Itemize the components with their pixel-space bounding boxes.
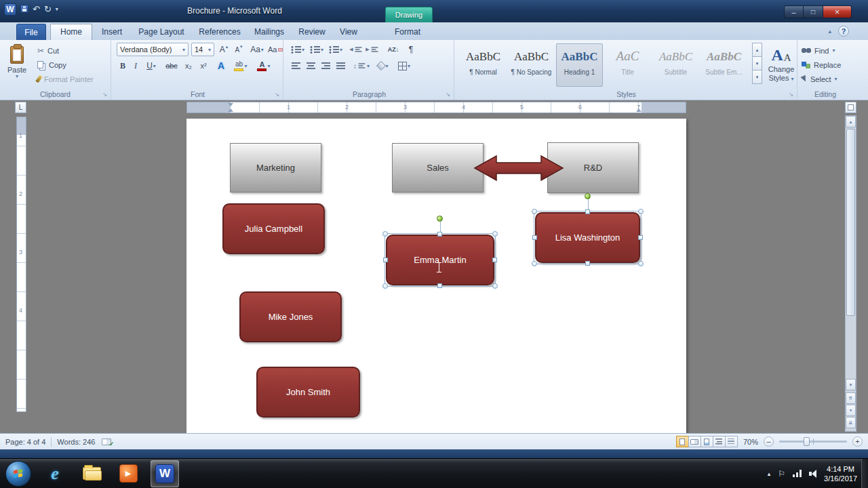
font-size-combo[interactable]: 14 ▾	[191, 43, 214, 56]
resize-handle-se[interactable]	[492, 283, 498, 289]
tab-insert[interactable]: Insert	[95, 24, 129, 40]
italic-button[interactable]: I	[130, 59, 141, 73]
tab-review[interactable]: Review	[293, 24, 331, 40]
resize-handle-w[interactable]	[383, 258, 388, 262]
style-heading-1[interactable]: AaBbC Heading 1	[556, 43, 603, 87]
styles-scroll-down-icon[interactable]: ▾	[752, 56, 762, 70]
select-button[interactable]: Select ▾	[802, 73, 837, 85]
numbering-button[interactable]: ▾	[308, 43, 326, 56]
collapse-ribbon-icon[interactable]: ▴	[828, 28, 831, 35]
shape-mike-jones[interactable]: Mike Jones	[239, 291, 342, 342]
shape-john-smith[interactable]: John Smith	[256, 367, 360, 418]
multilevel-list-button[interactable]: ▾	[327, 43, 344, 56]
format-painter-button[interactable]: Format Painter	[35, 73, 96, 85]
minimize-button[interactable]: –	[784, 5, 804, 18]
start-button[interactable]	[5, 461, 31, 487]
undo-button[interactable]: ↶	[33, 3, 40, 16]
paste-button[interactable]: Paste ▾	[3, 42, 31, 89]
resize-handle-sw[interactable]	[532, 261, 537, 266]
network-icon[interactable]	[793, 470, 802, 477]
right-indent-marker[interactable]	[636, 108, 642, 112]
change-styles-button[interactable]: AA Change Styles ▾	[766, 43, 796, 92]
maximize-button[interactable]: □	[804, 5, 823, 18]
tab-home[interactable]: Home	[50, 24, 92, 40]
qat-customize-icon[interactable]: ▾	[56, 3, 58, 16]
previous-page-icon[interactable]: ⇈	[846, 392, 856, 404]
volume-icon[interactable]	[809, 470, 816, 478]
resize-handle-ne[interactable]	[492, 231, 498, 237]
save-button[interactable]	[20, 3, 28, 16]
tab-stop-selector[interactable]: L	[15, 102, 26, 113]
word-logo-icon[interactable]: W	[4, 3, 16, 16]
tab-format[interactable]: Format	[387, 24, 429, 40]
subscript-button[interactable]: x₂	[182, 59, 195, 73]
tab-view[interactable]: View	[334, 24, 363, 40]
change-case-button[interactable]: Aa▾	[248, 43, 266, 56]
outline-view-button[interactable]	[713, 436, 726, 447]
align-center-button[interactable]	[304, 59, 317, 73]
paragraph-dialog-launcher-icon[interactable]: ↘	[444, 91, 452, 98]
scroll-up-icon[interactable]: ▴	[846, 116, 856, 127]
shape-lisa-washington[interactable]: Lisa Washington	[535, 212, 640, 263]
resize-handle-n[interactable]	[585, 209, 590, 214]
action-center-icon[interactable]: ⚐	[778, 469, 785, 479]
clipboard-dialog-launcher-icon[interactable]: ↘	[101, 91, 108, 98]
resize-handle-nw[interactable]	[532, 209, 537, 214]
resize-handle-s[interactable]	[437, 283, 442, 288]
redo-button[interactable]: ↻	[44, 3, 52, 16]
select-browse-object-icon[interactable]: ●	[846, 405, 856, 416]
resize-handle-e[interactable]	[492, 258, 497, 262]
style-normal[interactable]: AaBbC ¶ Normal	[460, 43, 507, 87]
zoom-in-button[interactable]: +	[852, 436, 863, 447]
bold-button[interactable]: B	[117, 59, 129, 73]
underline-button[interactable]: U▾	[142, 59, 160, 73]
clear-formatting-button[interactable]: Aa	[267, 43, 283, 56]
superscript-button[interactable]: x²	[197, 59, 210, 73]
resize-handle-w[interactable]	[532, 235, 537, 240]
font-color-button[interactable]: A ▾	[254, 59, 274, 73]
help-icon[interactable]: ?	[838, 26, 849, 37]
shading-button[interactable]: ▾	[374, 59, 392, 73]
resize-handle-sw[interactable]	[382, 283, 388, 289]
left-indent-marker[interactable]	[228, 108, 233, 112]
first-line-indent-marker[interactable]	[228, 103, 233, 106]
tab-page-layout[interactable]: Page Layout	[132, 24, 191, 40]
find-button[interactable]: Find ▾	[802, 44, 835, 57]
style-subtitle[interactable]: AaBbC Subtitle	[652, 43, 699, 87]
page-indicator[interactable]: Page: 4 of 4	[5, 438, 45, 446]
sort-button[interactable]: AZ↓	[385, 43, 401, 56]
show-paragraph-marks-button[interactable]: ¶	[404, 43, 418, 56]
align-right-button[interactable]	[319, 59, 332, 73]
next-page-icon[interactable]: ⇊	[846, 417, 856, 428]
taskbar-internet-explorer-button[interactable]: e	[41, 460, 69, 487]
resize-handle-s[interactable]	[585, 261, 590, 266]
vertical-ruler[interactable]: 1 2 3 4	[16, 117, 26, 412]
style-no-spacing[interactable]: AaBbC ¶ No Spacing	[508, 43, 555, 87]
resize-handle-nw[interactable]	[382, 231, 388, 237]
highlight-button[interactable]: ab ▾	[231, 59, 251, 73]
styles-scroll-up-icon[interactable]: ▴	[752, 43, 762, 57]
draft-view-button[interactable]	[725, 436, 738, 447]
scrollbar-thumb[interactable]	[846, 129, 855, 316]
strikethrough-button[interactable]: abc	[163, 59, 180, 73]
cut-button[interactable]: ✂ Cut	[35, 44, 61, 57]
resize-handle-e[interactable]	[638, 235, 643, 240]
zoom-slider[interactable]	[779, 441, 847, 443]
rotate-handle[interactable]	[585, 193, 591, 199]
taskbar-clock[interactable]: 4:14 PM 3/16/2017	[824, 464, 857, 483]
shape-marketing[interactable]: Marketing	[230, 143, 321, 192]
replace-button[interactable]: Replace	[802, 58, 841, 71]
bullets-button[interactable]: ▾	[289, 43, 307, 56]
resize-handle-ne[interactable]	[638, 209, 644, 214]
tab-mailings[interactable]: Mailings	[248, 24, 290, 40]
styles-dialog-launcher-icon[interactable]: ↘	[787, 91, 795, 98]
borders-button[interactable]: ▾	[395, 59, 414, 73]
justify-button[interactable]	[334, 59, 347, 73]
text-effects-button[interactable]: A	[214, 59, 228, 73]
align-left-button[interactable]	[289, 59, 302, 73]
taskbar-word-button[interactable]: W	[151, 460, 179, 487]
close-button[interactable]: ×	[823, 5, 852, 18]
word-count[interactable]: Words: 246	[57, 438, 95, 446]
increase-indent-button[interactable]: ▶	[365, 43, 380, 56]
scroll-down-icon[interactable]: ▾	[846, 379, 856, 390]
